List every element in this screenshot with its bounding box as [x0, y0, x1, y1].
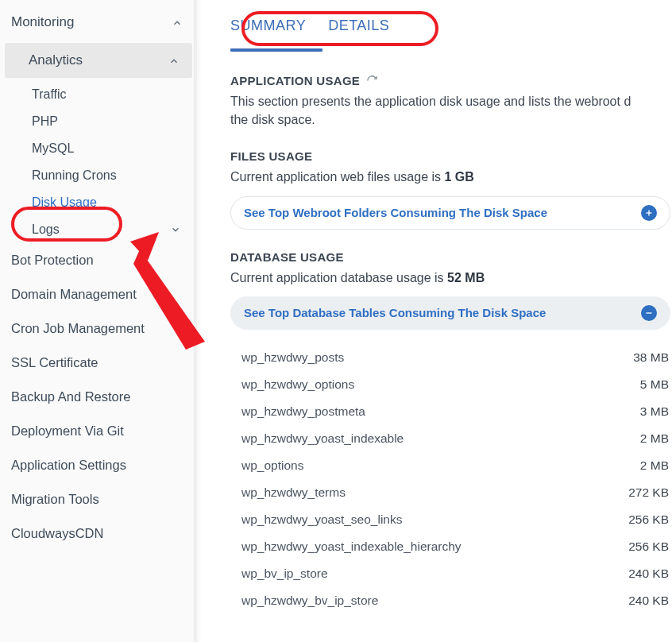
chevron-down-icon: [170, 224, 181, 235]
sidebar: Monitoring Analytics Traffic PHP MySQL R…: [0, 0, 197, 642]
table-name: wp_hzwdwy_options: [241, 377, 354, 392]
table-size: 272 KB: [628, 485, 669, 500]
chevron-up-icon: [172, 17, 183, 28]
table-name: wp_hzwdwy_posts: [241, 350, 344, 365]
files-usage-value: 1 GB: [444, 170, 473, 184]
table-row: wp_hzwdwy_bv_ip_store240 KB: [241, 587, 669, 614]
table-row: wp_hzwdwy_yoast_indexable2 MB: [241, 425, 669, 452]
table-row: wp_hzwdwy_postmeta3 MB: [241, 398, 669, 425]
sidebar-item-ssl-certificate[interactable]: SSL Certificate: [0, 346, 197, 380]
expand-webroot-folders[interactable]: See Top Webroot Folders Consuming The Di…: [230, 196, 670, 230]
sidebar-item-cron-job-management[interactable]: Cron Job Management: [0, 311, 197, 346]
table-size: 2 MB: [640, 458, 669, 473]
expand-label: See Top Database Tables Consuming The Di…: [244, 306, 546, 319]
table-size: 38 MB: [633, 350, 669, 365]
table-name: wp_bv_ip_store: [241, 567, 328, 581]
files-usage-lead: Current application web files usage is: [230, 170, 444, 184]
tab-details[interactable]: DETAILS: [328, 13, 389, 44]
table-size: 3 MB: [640, 404, 669, 419]
table-name: wp_hzwdwy_terms: [241, 485, 346, 500]
sidebar-item-monitoring[interactable]: Monitoring: [0, 5, 197, 40]
sidebar-sub-traffic[interactable]: Traffic: [0, 81, 197, 108]
sidebar-label: Analytics: [29, 52, 83, 68]
sidebar-sub-logs[interactable]: Logs: [0, 216, 197, 243]
db-usage-value: 52 MB: [447, 271, 485, 284]
sidebar-sub-php[interactable]: PHP: [0, 108, 197, 135]
section-title: FILES USAGE: [230, 149, 312, 163]
chevron-up-icon: [168, 55, 180, 66]
table-name: wp_hzwdwy_bv_ip_store: [241, 594, 378, 608]
expand-database-tables[interactable]: See Top Database Tables Consuming The Di…: [230, 296, 670, 330]
table-name: wp_options: [241, 458, 303, 473]
refresh-icon[interactable]: [366, 75, 378, 87]
expand-label: See Top Webroot Folders Consuming The Di…: [244, 206, 547, 219]
tab-active-underline: [230, 48, 322, 52]
table-size: 240 KB: [628, 567, 669, 581]
minus-icon: [641, 305, 657, 321]
table-size: 256 KB: [628, 512, 669, 527]
table-name: wp_hzwdwy_yoast_indexable: [241, 431, 404, 446]
sidebar-item-backup-restore[interactable]: Backup And Restore: [0, 380, 197, 414]
sidebar-item-analytics[interactable]: Analytics: [5, 43, 192, 78]
table-name: wp_hzwdwy_yoast_indexable_hierarchy: [241, 540, 462, 554]
sidebar-item-deployment-git[interactable]: Deployment Via Git: [0, 414, 197, 448]
sidebar-item-application-settings[interactable]: Application Settings: [0, 448, 197, 482]
section-title: DATABASE USAGE: [230, 250, 344, 264]
db-usage-lead: Current application database usage is: [230, 271, 447, 284]
section-files-usage: FILES USAGE Current application web file…: [219, 149, 672, 229]
app-usage-desc-line2: the disk space.: [230, 113, 315, 126]
table-size: 240 KB: [628, 594, 669, 608]
section-title: APPLICATION USAGE: [230, 74, 360, 87]
sidebar-sub-running-crons[interactable]: Running Crons: [0, 162, 197, 189]
table-row: wp_hzwdwy_yoast_indexable_hierarchy256 K…: [241, 533, 669, 560]
sidebar-item-migration-tools[interactable]: Migration Tools: [0, 482, 197, 516]
table-size: 5 MB: [640, 377, 669, 392]
sidebar-label: Monitoring: [11, 14, 74, 30]
app-usage-desc-line1: This section presents the application di…: [230, 95, 631, 108]
sidebar-item-cloudways-cdn[interactable]: CloudwaysCDN: [0, 516, 197, 551]
table-size: 2 MB: [640, 431, 669, 446]
table-row: wp_bv_ip_store240 KB: [241, 560, 669, 587]
sidebar-item-bot-protection[interactable]: Bot Protection: [0, 243, 197, 277]
db-tables-list: wp_hzwdwy_posts38 MB wp_hzwdwy_options5 …: [230, 344, 672, 614]
sidebar-sub-mysql[interactable]: MySQL: [0, 135, 197, 162]
section-database-usage: DATABASE USAGE Current application datab…: [219, 250, 672, 614]
table-row: wp_hzwdwy_options5 MB: [241, 371, 669, 398]
sidebar-item-domain-management[interactable]: Domain Management: [0, 277, 197, 311]
table-row: wp_options2 MB: [241, 452, 669, 479]
main-content: SUMMARY DETAILS APPLICATION USAGE This s…: [197, 0, 672, 642]
table-name: wp_hzwdwy_yoast_seo_links: [241, 512, 402, 527]
table-row: wp_hzwdwy_terms272 KB: [241, 479, 669, 506]
table-row: wp_hzwdwy_posts38 MB: [241, 344, 669, 371]
tab-summary[interactable]: SUMMARY: [230, 13, 306, 44]
tabs: SUMMARY DETAILS: [219, 13, 672, 44]
table-row: wp_hzwdwy_yoast_seo_links256 KB: [241, 506, 669, 533]
plus-icon: [641, 205, 657, 221]
sidebar-label: Logs: [32, 222, 60, 237]
sidebar-sub-disk-usage[interactable]: Disk Usage: [0, 189, 197, 216]
section-application-usage: APPLICATION USAGE This section presents …: [219, 74, 672, 129]
table-size: 256 KB: [628, 540, 669, 554]
table-name: wp_hzwdwy_postmeta: [241, 404, 365, 419]
